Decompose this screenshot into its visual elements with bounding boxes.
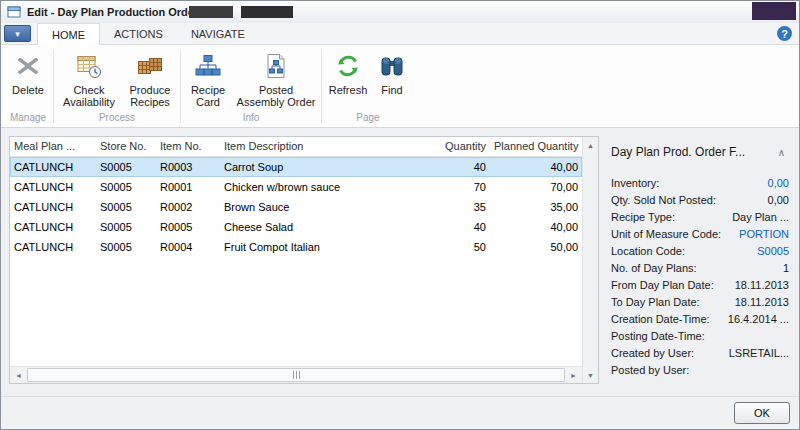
vertical-scrollbar-track[interactable] (583, 153, 598, 367)
grid-header-row: Meal Plan ... Store No. Item No. Item De… (10, 137, 582, 157)
field-value: Day Plan ... (732, 211, 789, 223)
ok-button[interactable]: OK (734, 402, 790, 424)
vertical-scrollbar[interactable]: ▲ ▼ (582, 137, 598, 383)
cell-item-description[interactable]: Chicken w/brown sauce (220, 177, 410, 197)
scroll-down-icon[interactable]: ▼ (583, 367, 598, 383)
factbox-field: Unit of Measure Code: PORTION (611, 225, 789, 242)
cell-quantity[interactable]: 40 (410, 157, 490, 177)
ribbon-group-manage: Delete Manage (5, 46, 51, 127)
cell-meal-plan[interactable]: CATLUNCH (10, 237, 96, 257)
cell-quantity[interactable]: 70 (410, 177, 490, 197)
tab-navigate[interactable]: NAVIGATE (177, 23, 259, 44)
check-availability-button[interactable]: Check Availability (56, 48, 122, 112)
horizontal-scrollbar-thumb[interactable] (27, 368, 565, 382)
cell-quantity[interactable]: 35 (410, 197, 490, 217)
table-row[interactable]: CATLUNCH S0005 R0002 Brown Sauce 35 35,0… (10, 197, 582, 217)
scroll-right-icon[interactable]: ► (565, 367, 582, 383)
footer-bar: OK (1, 396, 799, 429)
cell-meal-plan[interactable]: CATLUNCH (10, 197, 96, 217)
column-header-item-no[interactable]: Item No. (156, 137, 220, 156)
tab-actions[interactable]: ACTIONS (100, 23, 177, 44)
factbox-field: Posted by User: (611, 361, 789, 378)
redacted-area (189, 6, 233, 18)
scrollbar-grip (293, 371, 294, 379)
titlebar[interactable]: Edit - Day Plan Production Order (1, 1, 799, 23)
cell-item-description[interactable]: Fruit Compot Italian (220, 237, 410, 257)
ribbon-separator (53, 50, 54, 123)
cell-item-no[interactable]: R0003 (156, 157, 220, 177)
find-icon (379, 50, 405, 82)
edit-day-plan-production-order-window: Edit - Day Plan Production Order ▾ HOME … (0, 0, 800, 430)
produce-recipes-button[interactable]: Produce Recipes (122, 48, 178, 112)
cell-meal-plan[interactable]: CATLUNCH (10, 157, 96, 177)
app-menu-button[interactable]: ▾ (4, 25, 31, 42)
column-header-meal-plan[interactable]: Meal Plan ... (10, 137, 96, 156)
cell-planned-quantity[interactable]: 40,00 (490, 217, 582, 237)
field-label: Inventory: (611, 177, 659, 189)
field-label: Creation Date-Time: (611, 313, 710, 325)
factbox-field: From Day Plan Date: 18.11.2013 (611, 276, 789, 293)
cell-item-description[interactable]: Cheese Salad (220, 217, 410, 237)
field-value[interactable]: 0,00 (768, 177, 789, 189)
find-button[interactable]: Find (372, 48, 412, 112)
cell-store-no[interactable]: S0005 (96, 237, 156, 257)
factbox-field: Posting Date-Time: (611, 327, 789, 344)
button-label: Produce Recipes (124, 84, 176, 108)
column-header-quantity[interactable]: Quantity (410, 137, 490, 156)
cell-item-description[interactable]: Carrot Soup (220, 157, 410, 177)
table-row[interactable]: CATLUNCH S0005 R0003 Carrot Soup 40 40,0… (10, 157, 582, 177)
cell-quantity[interactable]: 50 (410, 237, 490, 257)
factbox-field: Qty. Sold Not Posted: 0,00 (611, 191, 789, 208)
column-header-store-no[interactable]: Store No. (96, 137, 156, 156)
chevron-up-icon[interactable]: ∧ (774, 147, 789, 158)
refresh-icon (335, 50, 361, 82)
factbox-field: Inventory: 0,00 (611, 174, 789, 191)
cell-quantity[interactable]: 40 (410, 217, 490, 237)
window-title: Edit - Day Plan Production Order (27, 6, 198, 18)
field-value[interactable]: S0005 (757, 245, 789, 257)
recipe-card-icon (195, 50, 221, 82)
cell-meal-plan[interactable]: CATLUNCH (10, 217, 96, 237)
table-row[interactable]: CATLUNCH S0005 R0001 Chicken w/brown sau… (10, 177, 582, 197)
field-value[interactable]: PORTION (739, 228, 789, 240)
ribbon-group-page: Refresh Find Page (324, 46, 412, 127)
scroll-left-icon[interactable]: ◄ (10, 367, 27, 383)
button-label: Find (381, 84, 402, 96)
field-label: Unit of Measure Code: (611, 228, 721, 240)
column-header-planned-quantity[interactable]: Planned Quantity (490, 137, 582, 156)
scroll-up-icon[interactable]: ▲ (583, 137, 598, 153)
help-button[interactable]: ? (777, 26, 792, 41)
cell-planned-quantity[interactable]: 50,00 (490, 237, 582, 257)
cell-store-no[interactable]: S0005 (96, 197, 156, 217)
cell-planned-quantity[interactable]: 40,00 (490, 157, 582, 177)
cell-planned-quantity[interactable]: 35,00 (490, 197, 582, 217)
group-label-info: Info (183, 112, 319, 127)
recipe-card-button[interactable]: Recipe Card (183, 48, 233, 112)
column-header-item-description[interactable]: Item Description (220, 137, 410, 156)
horizontal-scrollbar[interactable]: ◄ ► (10, 366, 582, 383)
field-label: Posted by User: (611, 364, 689, 376)
field-label: To Day Plan Date: (611, 296, 700, 308)
cell-item-no[interactable]: R0004 (156, 237, 220, 257)
tab-home[interactable]: HOME (37, 23, 100, 45)
cell-store-no[interactable]: S0005 (96, 157, 156, 177)
ribbon-group-info: Recipe Card Posted Assembly Order (183, 46, 319, 127)
cell-store-no[interactable]: S0005 (96, 217, 156, 237)
ribbon-separator (180, 50, 181, 123)
delete-button[interactable]: Delete (5, 48, 51, 112)
cell-item-no[interactable]: R0001 (156, 177, 220, 197)
cell-meal-plan[interactable]: CATLUNCH (10, 177, 96, 197)
button-label: Refresh (329, 84, 368, 96)
field-label: From Day Plan Date: (611, 279, 714, 291)
cell-item-no[interactable]: R0002 (156, 197, 220, 217)
posted-assembly-order-button[interactable]: Posted Assembly Order (233, 48, 319, 112)
cell-item-description[interactable]: Brown Sauce (220, 197, 410, 217)
table-row[interactable]: CATLUNCH S0005 R0004 Fruit Compot Italia… (10, 237, 582, 257)
check-availability-icon (76, 50, 102, 82)
cell-item-no[interactable]: R0005 (156, 217, 220, 237)
refresh-button[interactable]: Refresh (324, 48, 372, 112)
cell-store-no[interactable]: S0005 (96, 177, 156, 197)
field-value: 18.11.2013 (735, 279, 789, 291)
cell-planned-quantity[interactable]: 70,00 (490, 177, 582, 197)
table-row[interactable]: CATLUNCH S0005 R0005 Cheese Salad 40 40,… (10, 217, 582, 237)
